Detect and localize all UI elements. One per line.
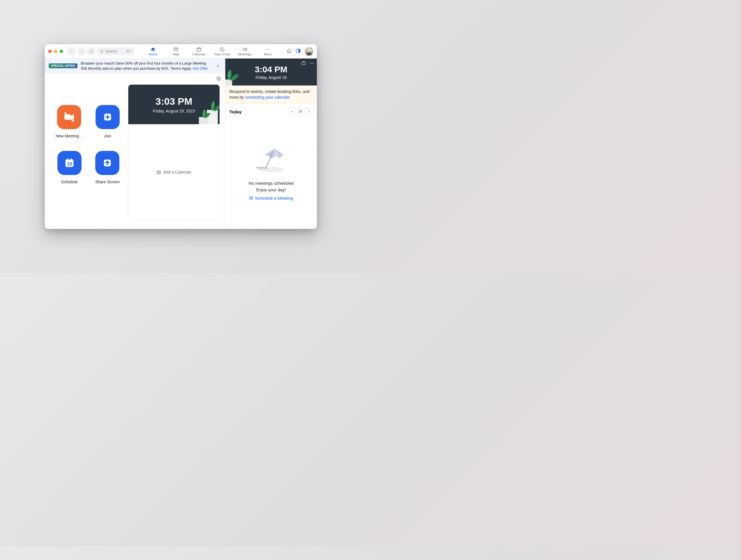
join-icon-bg xyxy=(95,105,120,129)
tab-label: Mail xyxy=(173,53,179,56)
promo-banner: SPECIAL OFFER Broaden your reach! Save 5… xyxy=(45,59,225,73)
svg-point-38 xyxy=(312,63,312,63)
tab-home[interactable]: Home xyxy=(141,47,164,56)
content: New Meeting ⌄ Join xyxy=(45,73,225,229)
svg-rect-4 xyxy=(197,48,201,51)
svg-rect-36 xyxy=(302,62,306,65)
schedule-icon-bg: 19 xyxy=(57,151,81,175)
new-meeting-tile[interactable]: New Meeting ⌄ xyxy=(56,105,83,138)
tab-mail[interactable]: Mail xyxy=(164,47,187,56)
tile-label: New Meeting xyxy=(56,134,79,138)
new-meeting-icon-bg xyxy=(57,105,81,129)
empty-state: No meetings scheduled Enjoy your day! Sc… xyxy=(225,119,317,229)
empty-line-2: Enjoy your day! xyxy=(256,187,286,192)
body: SPECIAL OFFER Broaden your reach! Save 5… xyxy=(45,59,317,229)
svg-rect-29 xyxy=(207,110,218,124)
nav-forward-button[interactable] xyxy=(77,47,85,55)
tab-label: Team Chat xyxy=(214,53,230,56)
tab-label: Meetings xyxy=(238,53,252,56)
add-calendar-label: Add a Calendar xyxy=(163,170,191,174)
nav-back-button[interactable] xyxy=(68,47,76,55)
video-icon xyxy=(242,47,247,52)
settings-button[interactable] xyxy=(216,76,221,82)
tile-label: Schedule xyxy=(61,180,77,184)
search-input[interactable]: Search ⌘F xyxy=(97,47,134,55)
day-nav xyxy=(288,108,313,115)
tab-calendar[interactable]: Calendar xyxy=(187,47,210,56)
svg-rect-48 xyxy=(257,168,267,169)
svg-point-1 xyxy=(100,50,103,52)
titlebar-right xyxy=(286,47,314,56)
connect-calendar-link[interactable]: connecting your calendar xyxy=(245,95,289,99)
action-tiles: New Meeting ⌄ Join xyxy=(45,73,128,229)
empty-line-1: No meetings scheduled xyxy=(249,181,293,186)
tile-label: Join xyxy=(104,134,111,138)
search-icon xyxy=(100,49,104,53)
plus-icon xyxy=(103,112,113,122)
svg-rect-40 xyxy=(299,111,302,113)
tile-label: Share Screen xyxy=(95,180,120,184)
window-minimize[interactable] xyxy=(54,50,57,53)
gear-icon xyxy=(216,76,221,81)
promo-close-button[interactable]: ✕ xyxy=(215,63,221,69)
tab-meetings[interactable]: Meetings xyxy=(233,47,256,56)
chevron-right-icon xyxy=(308,110,311,113)
svg-line-2 xyxy=(103,52,103,53)
svg-point-37 xyxy=(310,63,311,63)
chevron-down-icon[interactable]: ⌄ xyxy=(81,135,83,138)
schedule-tile[interactable]: 19 Schedule xyxy=(57,151,81,184)
tab-label: Home xyxy=(149,53,157,56)
tab-more[interactable]: More xyxy=(256,47,279,56)
sidebar-briefcase-button[interactable] xyxy=(301,61,306,67)
tab-label: Calendar xyxy=(192,53,206,56)
tab-label: More xyxy=(264,53,271,56)
app-window: Search ⌘F Home Mail Calendar Team Chat xyxy=(45,44,317,229)
today-button[interactable] xyxy=(297,108,304,115)
svg-point-12 xyxy=(269,49,269,49)
svg-point-15 xyxy=(218,78,219,79)
avatar[interactable] xyxy=(305,47,314,56)
share-screen-tile[interactable]: Share Screen xyxy=(95,151,120,184)
schedule-meeting-label: Schedule a Meeting xyxy=(255,196,293,201)
prev-day-button[interactable] xyxy=(288,108,295,115)
schedule-meeting-link[interactable]: Schedule a Meeting xyxy=(249,196,293,201)
svg-rect-47 xyxy=(256,167,266,168)
add-calendar-button[interactable]: Add a Calendar xyxy=(128,124,219,220)
center-card-wrap: 3:03 PM Friday, August 18, 2023 xyxy=(128,73,225,229)
svg-point-11 xyxy=(267,49,268,49)
sidebar-more-button[interactable] xyxy=(310,61,314,67)
svg-text:19: 19 xyxy=(67,161,72,166)
sidebar-hero: 3:04 PM Friday, August 18 xyxy=(225,59,317,85)
svg-rect-24 xyxy=(67,158,68,160)
sidebar-time: 3:04 PM xyxy=(255,65,287,74)
promo-text: Broaden your reach! Save 50% off your fi… xyxy=(81,61,212,71)
panel-toggle-button[interactable] xyxy=(295,48,301,55)
notifications-button[interactable] xyxy=(286,48,291,55)
promo-badge: SPECIAL OFFER xyxy=(49,63,77,68)
today-header: Today xyxy=(225,104,317,119)
window-close[interactable] xyxy=(48,50,52,53)
window-zoom[interactable] xyxy=(60,50,63,53)
clock-card: 3:03 PM Friday, August 18, 2023 xyxy=(128,84,220,220)
promo-link[interactable]: Get Offer xyxy=(193,66,208,71)
search-placeholder: Search xyxy=(105,49,117,53)
next-day-button[interactable] xyxy=(306,108,313,115)
svg-rect-30 xyxy=(199,117,208,124)
sidebar: 3:04 PM Friday, August 18 Respond to eve… xyxy=(225,59,317,229)
tab-team-chat[interactable]: Team Chat xyxy=(210,47,233,56)
plant-illustration xyxy=(225,67,244,85)
calendar-plus-icon xyxy=(249,196,253,200)
svg-rect-25 xyxy=(71,158,72,160)
titlebar: Search ⌘F Home Mail Calendar Team Chat xyxy=(45,44,317,59)
history-button[interactable] xyxy=(87,47,95,55)
join-tile[interactable]: Join xyxy=(95,105,120,138)
clock-hero: 3:03 PM Friday, August 18, 2023 xyxy=(128,85,219,124)
upload-icon xyxy=(102,158,113,168)
mail-icon xyxy=(173,47,179,52)
svg-point-10 xyxy=(266,49,267,49)
share-icon-bg xyxy=(95,151,119,175)
chat-icon xyxy=(219,47,224,52)
calendar-day-icon: 19 xyxy=(63,157,75,169)
more-icon xyxy=(265,47,270,52)
calendar-icon xyxy=(299,110,302,113)
